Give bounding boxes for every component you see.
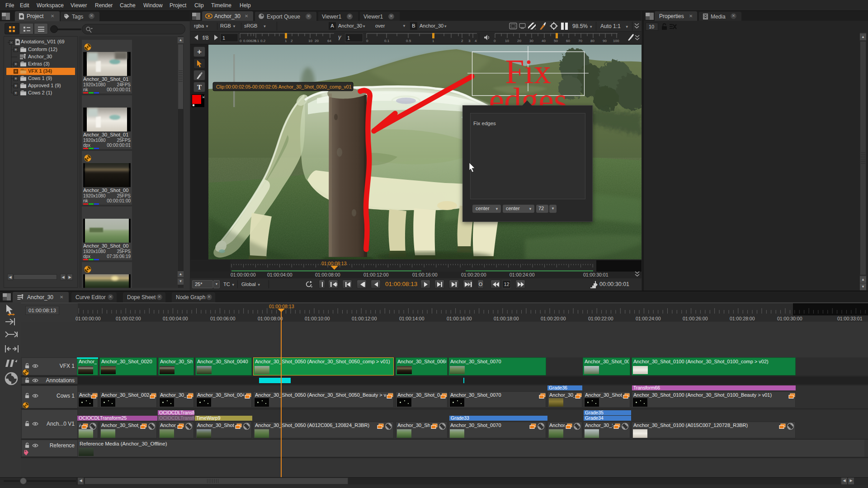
svg-text:64: 64 [327,39,331,43]
svg-text:10: 10 [505,39,509,43]
svg-text:20: 20 [315,39,319,43]
svg-text:0.5: 0.5 [406,39,411,43]
svg-text:0: 0 [494,39,496,43]
svg-text:3: 3 [468,39,471,43]
svg-text:30: 30 [529,39,533,43]
svg-text:Clip:00:00:02:05-00:00:02:05 A: Clip:00:00:02:05-00:00:02:05 Anchor_30_S… [216,84,352,89]
svg-text:0.2: 0.2 [260,39,266,43]
svg-text:1: 1 [432,39,434,43]
svg-text:0: 0 [366,39,368,43]
svg-text:90: 90 [603,39,607,43]
svg-text:4: 4 [475,39,477,43]
svg-text:2: 2 [291,39,293,43]
svg-text:1: 1 [285,39,287,43]
svg-text:20: 20 [517,39,521,43]
svg-text:40: 40 [542,39,546,43]
svg-text:60: 60 [566,39,570,43]
svg-text:50: 50 [554,39,558,43]
svg-text:2: 2 [461,39,463,43]
svg-text:0.1: 0.1 [384,39,390,43]
svg-text:0.1: 0.1 [254,39,259,43]
svg-text:70: 70 [578,39,582,43]
svg-text:10: 10 [308,39,312,43]
svg-text:0: 0 [240,39,242,43]
svg-text:80: 80 [590,39,594,43]
svg-text:100: 100 [613,39,619,43]
